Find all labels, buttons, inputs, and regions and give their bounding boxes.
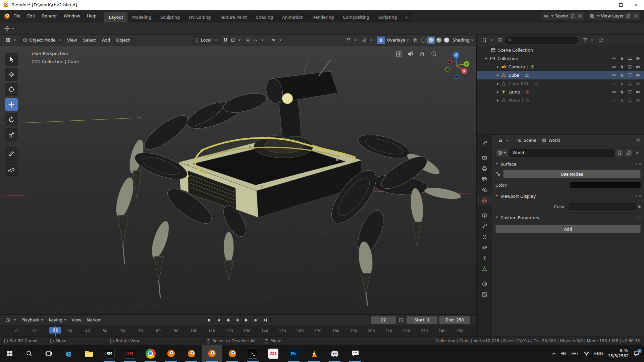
- tab-output-properties[interactable]: [477, 163, 492, 174]
- viewport-disable-icon[interactable]: [628, 56, 633, 61]
- tab-compositing[interactable]: Compositing: [338, 12, 373, 22]
- rotate-tool[interactable]: [5, 113, 18, 126]
- hide-eye-icon[interactable]: [611, 73, 616, 78]
- camera-expander[interactable]: [497, 65, 499, 69]
- selectable-icon[interactable]: [620, 73, 625, 78]
- view-layer-copy-button[interactable]: [625, 13, 631, 19]
- tab-modeling[interactable]: Modeling: [128, 12, 156, 22]
- proportional-editing-toggle[interactable]: [246, 38, 250, 43]
- marker-menu[interactable]: Marker: [84, 318, 103, 322]
- collection-expander[interactable]: [485, 58, 488, 60]
- render-disable-icon[interactable]: [636, 81, 641, 86]
- hide-eye-icon[interactable]: [611, 56, 616, 61]
- plane-expander[interactable]: [497, 99, 499, 102]
- active-tool-move-icon[interactable]: [4, 25, 10, 32]
- selectable-icon[interactable]: [620, 81, 625, 86]
- mode-dropdown[interactable]: Object Mode: [20, 36, 64, 44]
- next-keyframe-button[interactable]: [252, 316, 260, 324]
- tab-sculpting[interactable]: Sculpting: [156, 12, 184, 22]
- outliner-row-plane[interactable]: Plane: [477, 96, 644, 105]
- menu-edit[interactable]: Edit: [24, 10, 39, 22]
- taskbar-app-terminal[interactable]: >_: [243, 345, 263, 362]
- 3d-viewport[interactable]: User Perspective (22) Collection | Cube: [0, 46, 476, 314]
- action-center-button[interactable]: 2: [634, 351, 639, 356]
- hidden-icons-chevron[interactable]: [552, 352, 556, 355]
- tab-tool-properties[interactable]: [477, 137, 492, 148]
- language-indicator[interactable]: ENG: [594, 351, 603, 356]
- menu-file[interactable]: File: [10, 10, 24, 22]
- blender-menu-icon[interactable]: [4, 13, 10, 19]
- editor-type-button[interactable]: [3, 36, 19, 44]
- scene-unlink-button[interactable]: ✕: [577, 13, 583, 19]
- task-view-button[interactable]: [39, 345, 58, 362]
- battery-icon[interactable]: [572, 351, 579, 356]
- start-button[interactable]: [0, 345, 19, 362]
- snap-settings-dropdown[interactable]: [228, 36, 244, 44]
- tab-render-properties[interactable]: [477, 152, 492, 163]
- shading-wireframe-button[interactable]: [420, 37, 427, 44]
- cube-expander[interactable]: [497, 74, 499, 77]
- render-disable-icon[interactable]: [636, 73, 641, 78]
- object-menu[interactable]: Object: [113, 38, 133, 43]
- viewport-disable-icon[interactable]: [628, 98, 633, 103]
- taskbar-app-messaging[interactable]: [345, 345, 365, 362]
- new-collection-button[interactable]: [598, 38, 603, 43]
- taskbar-app-blender-4[interactable]: [222, 345, 243, 362]
- add-custom-property-button[interactable]: Add: [495, 225, 641, 233]
- frame-start-field[interactable]: Start:1: [407, 316, 437, 324]
- shading-rendered-button[interactable]: [443, 37, 450, 44]
- taskbar-app-edge[interactable]: e: [58, 345, 79, 362]
- animate-property-dot[interactable]: [638, 205, 641, 208]
- outliner-editor-type-button[interactable]: [479, 36, 495, 44]
- tab-physics-properties[interactable]: [477, 242, 492, 253]
- auto-keying-toggle[interactable]: [205, 316, 213, 324]
- outliner-row-lamp[interactable]: Lamp: [477, 88, 644, 96]
- taskbar-app-blender-1[interactable]: [161, 345, 181, 362]
- hide-eye-icon[interactable]: [611, 64, 616, 69]
- panel-grip-icon[interactable]: [636, 216, 641, 219]
- scene-copy-button[interactable]: [570, 13, 576, 19]
- snap-magnet-toggle[interactable]: [223, 38, 228, 43]
- taskbar-app-photoshop[interactable]: Ps: [283, 345, 304, 362]
- playhead-frame-badge[interactable]: 22: [49, 327, 61, 334]
- shading-label[interactable]: Shading: [452, 38, 470, 43]
- view-menu[interactable]: View: [64, 38, 80, 43]
- keying-menu[interactable]: Keying: [46, 318, 69, 322]
- toggle-grid-icon[interactable]: [395, 51, 402, 57]
- timeline-ruler[interactable]: 0 10 20 30 40 50 60 70 80 90 100 110 120…: [0, 326, 476, 337]
- selectable-icon[interactable]: [620, 56, 625, 61]
- preview-range-clock-toggle[interactable]: [398, 317, 404, 323]
- use-nodes-button[interactable]: Use Nodes: [503, 170, 641, 178]
- select-menu[interactable]: Select: [80, 38, 99, 43]
- playback-menu[interactable]: Playback: [19, 318, 46, 322]
- outliner-row-scene-collection[interactable]: Scene Collection: [477, 46, 644, 54]
- taskbar-clock[interactable]: 8:45 15/3/2562: [608, 348, 629, 359]
- tab-object-properties[interactable]: [477, 210, 492, 221]
- render-disable-icon[interactable]: [636, 89, 641, 95]
- menu-help[interactable]: Help: [84, 10, 100, 22]
- tab-particle-properties[interactable]: [477, 231, 492, 242]
- panel-grip-icon[interactable]: [636, 163, 641, 166]
- tab-world-properties[interactable]: [477, 195, 492, 206]
- scale-tool[interactable]: [5, 128, 18, 141]
- transform-tool[interactable]: [5, 83, 18, 96]
- zoom-icon[interactable]: [431, 51, 437, 57]
- pin-icon[interactable]: [636, 138, 641, 143]
- selectable-icon[interactable]: [620, 64, 625, 69]
- hidden-eye-icon[interactable]: [611, 81, 616, 86]
- custom-properties-section-header[interactable]: Custom Properties: [492, 213, 644, 222]
- prev-keyframe-button[interactable]: [223, 316, 232, 324]
- pivot-point-dropdown[interactable]: [268, 36, 284, 44]
- taskbar-app-321[interactable]: 321: [263, 345, 283, 362]
- object-type-visibility-dropdown[interactable]: [343, 36, 359, 44]
- taskbar-app-chrome[interactable]: [140, 345, 161, 362]
- cube-001-expander[interactable]: [497, 82, 499, 85]
- add-menu[interactable]: Add: [99, 38, 113, 43]
- play-button[interactable]: [242, 316, 251, 324]
- orientation-gizmo[interactable]: Z Y X: [441, 50, 472, 81]
- close-button[interactable]: ✕: [629, 0, 644, 10]
- taskbar-search-button[interactable]: [19, 345, 39, 362]
- outliner-row-cube-001[interactable]: Cube.001: [477, 79, 644, 88]
- render-disable-icon[interactable]: [636, 56, 641, 61]
- view-layer-selector[interactable]: View Layer ✕: [588, 12, 641, 20]
